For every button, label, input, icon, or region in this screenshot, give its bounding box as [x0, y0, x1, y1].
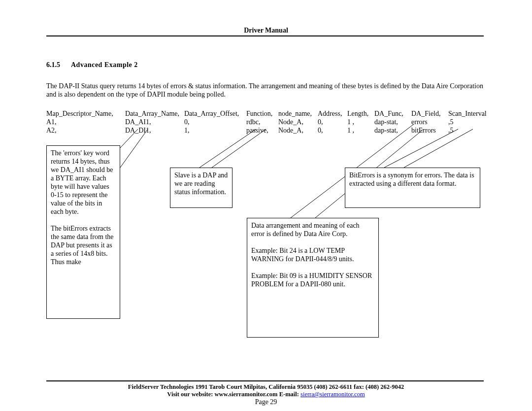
svg-line-3: [212, 129, 266, 168]
cell: Node_A,: [278, 126, 318, 135]
table-row: A1,DA_AI1,0,rdbc,Node_A,0,1 ,dap-stat,er…: [46, 118, 490, 126]
cell: DA_DI1,: [125, 126, 184, 135]
table-row: A2,DA_DI1,1,passive,Node_A,0,1 ,dap-stat…: [46, 126, 490, 135]
cell: A1,: [46, 118, 125, 126]
cell: Node_A,: [278, 118, 318, 126]
callout-data-arrangement: Data arrangement and meaning of each err…: [247, 218, 379, 338]
svg-line-6: [384, 129, 458, 168]
col-header: Length,: [347, 109, 374, 118]
cell: bitErrors: [411, 126, 448, 135]
cell: A2,: [46, 126, 125, 135]
callout-errors-keyword: The 'errors' key word returns 14 bytes, …: [46, 145, 120, 319]
col-header: Data_Array_Name,: [125, 109, 184, 118]
callout-slave-dap: Slave is a DAP and we are reading status…: [170, 168, 233, 208]
svg-line-2: [200, 129, 256, 168]
page: Driver Manual 6.1.5 Advanced Example 2 T…: [0, 0, 532, 411]
page-number: Page 29: [0, 398, 532, 406]
cell: 0,: [184, 118, 246, 126]
footer-email-link[interactable]: sierra@sierramonitor.com: [300, 391, 365, 398]
col-header: DA_Field,: [411, 109, 448, 118]
col-header: Scan_Interval: [448, 109, 483, 118]
cell: passive,: [246, 126, 278, 135]
cell: ,5: [448, 126, 483, 135]
footer-contact: Visit our website: www.sierramonitor.com…: [0, 391, 532, 398]
footer-address: FieldServer Technologies 1991 Tarob Cour…: [0, 383, 532, 391]
col-header: Map_Descriptor_Name,: [46, 109, 125, 118]
cell: ,5: [448, 118, 483, 126]
cell: DA_AI1,: [125, 118, 184, 126]
cell: 0,: [318, 126, 347, 135]
cell: rdbc,: [246, 118, 278, 126]
cell: 1,: [184, 126, 246, 135]
col-header: Function,: [246, 109, 278, 118]
config-table: Map_Descriptor_Name,Data_Array_Name,Data…: [46, 109, 490, 135]
footer-website-text: Visit our website: www.sierramonitor.com…: [167, 391, 300, 398]
svg-line-1: [120, 129, 148, 168]
col-header: node_name,: [278, 109, 318, 118]
col-header: Data_Array_Offset,: [184, 109, 246, 118]
table-header-row: Map_Descriptor_Name,Data_Array_Name,Data…: [46, 109, 490, 118]
cell: errors: [411, 118, 448, 126]
section-number: 6.1.5: [46, 61, 60, 69]
callout-biterrors-synonym: BitErrors is a synonym for errors. The d…: [345, 168, 480, 208]
cell: 1 ,: [347, 126, 374, 135]
cell: dap-stat,: [374, 126, 411, 135]
section-title: Advanced Example 2: [71, 61, 138, 69]
footer-rule: [46, 380, 484, 381]
cell: 0,: [318, 118, 347, 126]
svg-line-7: [404, 129, 473, 168]
header-title: Driver Manual: [0, 27, 532, 34]
header-rule: [46, 35, 484, 36]
body-paragraph: The DAP-II Status query returns 14 bytes…: [46, 82, 484, 99]
cell: 1 ,: [347, 118, 374, 126]
cell: dap-stat,: [374, 118, 411, 126]
col-header: DA_Func,: [374, 109, 411, 118]
col-header: Address,: [318, 109, 347, 118]
